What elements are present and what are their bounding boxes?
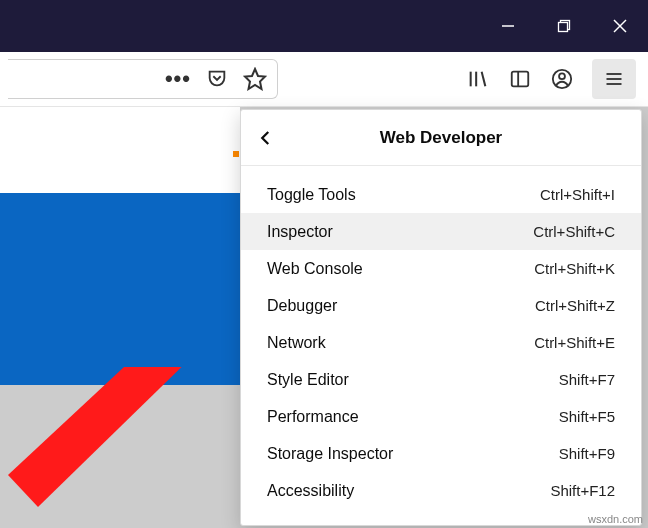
menu-item-label: Toggle Tools <box>267 186 356 204</box>
pocket-icon[interactable] <box>205 67 229 91</box>
menu-item-label: Debugger <box>267 297 337 315</box>
browser-toolbar: ••• <box>0 52 648 107</box>
submenu-back-button[interactable] <box>241 110 291 166</box>
menu-item-shortcut: Ctrl+Shift+I <box>540 186 615 203</box>
menu-item-style-editor[interactable]: Style EditorShift+F7 <box>241 361 641 398</box>
menu-item-shortcut: Ctrl+Shift+Z <box>535 297 615 314</box>
menu-item-debugger[interactable]: DebuggerCtrl+Shift+Z <box>241 287 641 324</box>
menu-item-network[interactable]: NetworkCtrl+Shift+E <box>241 324 641 361</box>
submenu-header: Web Developer <box>241 110 641 166</box>
toolbar-right <box>466 59 640 99</box>
bookmark-star-icon[interactable] <box>243 67 267 91</box>
menu-item-storage-inspector[interactable]: Storage InspectorShift+F9 <box>241 435 641 472</box>
menu-item-shortcut: Shift+F9 <box>559 445 615 462</box>
menu-item-shortcut: Ctrl+Shift+E <box>534 334 615 351</box>
svg-rect-9 <box>512 72 529 87</box>
submenu-title: Web Developer <box>241 128 641 148</box>
menu-item-shortcut: Shift+F5 <box>559 408 615 425</box>
minimize-button[interactable] <box>480 0 536 52</box>
submenu-list: Toggle ToolsCtrl+Shift+IInspectorCtrl+Sh… <box>241 166 641 525</box>
sidebar-icon[interactable] <box>508 67 532 91</box>
menu-item-label: Web Console <box>267 260 363 278</box>
library-icon[interactable] <box>466 67 490 91</box>
menu-item-performance[interactable]: PerformanceShift+F5 <box>241 398 641 435</box>
menu-item-label: Performance <box>267 408 359 426</box>
app-menu-button[interactable] <box>592 59 636 99</box>
menu-item-shortcut: Ctrl+Shift+C <box>533 223 615 240</box>
account-icon[interactable] <box>550 67 574 91</box>
watermark: wsxdn.com <box>588 513 643 525</box>
menu-item-accessibility[interactable]: AccessibilityShift+F12 <box>241 472 641 509</box>
menu-item-label: Accessibility <box>267 482 354 500</box>
menu-item-toggle-tools[interactable]: Toggle ToolsCtrl+Shift+I <box>241 176 641 213</box>
web-developer-submenu: Web Developer Toggle ToolsCtrl+Shift+IIn… <box>240 109 642 526</box>
url-bar[interactable]: ••• <box>8 59 278 99</box>
menu-item-label: Inspector <box>267 223 333 241</box>
menu-item-shortcut: Shift+F7 <box>559 371 615 388</box>
menu-item-shortcut: Ctrl+Shift+K <box>534 260 615 277</box>
page-blue-region <box>0 193 240 385</box>
window-titlebar <box>0 0 648 52</box>
page-content: Web Developer Toggle ToolsCtrl+Shift+IIn… <box>0 107 648 528</box>
menu-item-label: Style Editor <box>267 371 349 389</box>
restore-button[interactable] <box>536 0 592 52</box>
page-white-region <box>0 107 240 193</box>
svg-line-8 <box>482 72 486 87</box>
svg-marker-5 <box>245 69 265 89</box>
svg-point-12 <box>559 73 565 79</box>
menu-item-shortcut: Shift+F12 <box>550 482 615 499</box>
close-button[interactable] <box>592 0 648 52</box>
menu-item-web-console[interactable]: Web ConsoleCtrl+Shift+K <box>241 250 641 287</box>
menu-item-label: Network <box>267 334 326 352</box>
menu-item-inspector[interactable]: InspectorCtrl+Shift+C <box>241 213 641 250</box>
svg-rect-2 <box>559 23 568 32</box>
menu-item-label: Storage Inspector <box>267 445 393 463</box>
page-orange-accent <box>233 151 239 157</box>
